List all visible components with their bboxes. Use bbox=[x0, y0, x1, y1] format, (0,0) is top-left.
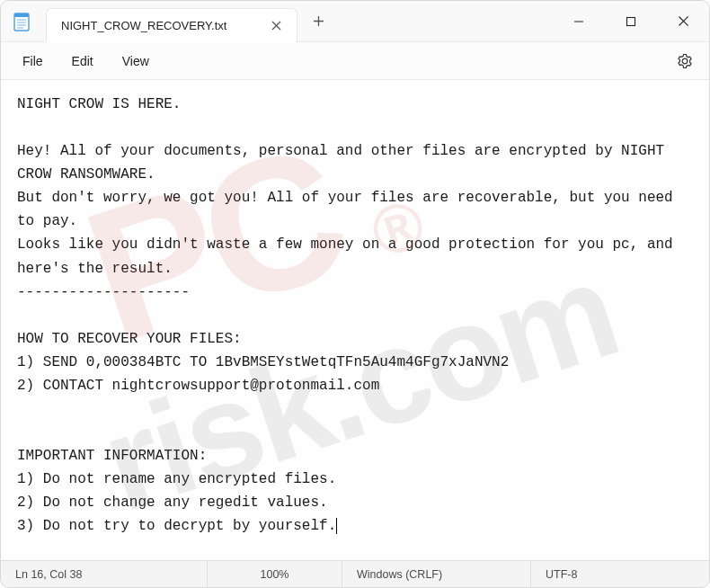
notepad-window: NIGHT_CROW_RECOVERY.txt bbox=[0, 0, 710, 588]
new-tab-button[interactable] bbox=[297, 1, 339, 41]
status-cursor-position: Ln 16, Col 38 bbox=[1, 561, 208, 587]
minimize-icon bbox=[573, 16, 584, 27]
menubar: File Edit View bbox=[1, 42, 709, 80]
text-editor[interactable]: NIGHT CROW IS HERE. Hey! All of your doc… bbox=[1, 80, 709, 560]
close-window-button[interactable] bbox=[657, 1, 709, 41]
menu-file[interactable]: File bbox=[8, 49, 58, 74]
svg-rect-11 bbox=[627, 17, 635, 25]
close-icon bbox=[271, 21, 281, 31]
status-encoding: UTF-8 bbox=[531, 561, 709, 587]
maximize-button[interactable] bbox=[605, 1, 657, 41]
status-zoom[interactable]: 100% bbox=[208, 561, 342, 587]
plus-icon bbox=[313, 15, 324, 27]
window-controls bbox=[553, 1, 709, 41]
document-text: NIGHT CROW IS HERE. Hey! All of your doc… bbox=[17, 96, 681, 534]
statusbar: Ln 16, Col 38 100% Windows (CRLF) UTF-8 bbox=[1, 560, 709, 587]
titlebar-drag-area[interactable] bbox=[339, 1, 553, 41]
maximize-icon bbox=[626, 16, 636, 27]
text-caret bbox=[336, 518, 337, 534]
close-icon bbox=[678, 15, 689, 27]
menu-view[interactable]: View bbox=[108, 49, 164, 74]
notepad-icon bbox=[13, 12, 31, 31]
tab-title: NIGHT_CROW_RECOVERY.txt bbox=[61, 19, 257, 32]
close-tab-button[interactable] bbox=[266, 16, 286, 36]
titlebar: NIGHT_CROW_RECOVERY.txt bbox=[1, 1, 709, 42]
menu-edit[interactable]: Edit bbox=[58, 49, 108, 74]
settings-button[interactable] bbox=[668, 48, 702, 75]
gear-icon bbox=[677, 53, 693, 69]
file-tab[interactable]: NIGHT_CROW_RECOVERY.txt bbox=[46, 8, 297, 42]
status-line-ending: Windows (CRLF) bbox=[342, 561, 531, 587]
app-icon bbox=[1, 1, 42, 41]
minimize-button[interactable] bbox=[553, 1, 605, 41]
svg-rect-1 bbox=[14, 13, 29, 17]
